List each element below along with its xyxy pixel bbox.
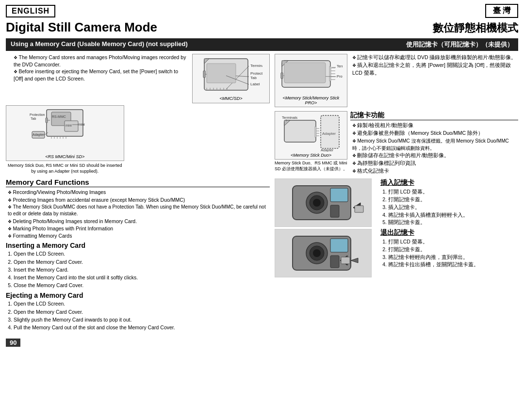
svg-rect-71 <box>355 206 363 212</box>
svg-text:Protection: Protection <box>250 71 262 76</box>
svg-rect-54 <box>315 127 316 137</box>
zh-insert-3: 插入記憶卡。 <box>388 204 518 211</box>
insert-step-5: Close the Memory Card Cover. <box>14 282 270 289</box>
mem-stick-pro-diagram: Terminals Protection Tab <Memory Stick/M… <box>275 54 347 107</box>
camera-insert-svg <box>278 181 368 225</box>
zh-eject-title: 退出記憶卡 <box>380 228 518 237</box>
mem-stick-pro-svg: Terminals Protection Tab <box>279 56 343 95</box>
svg-marker-80 <box>351 258 358 263</box>
inserting-section: Inserting a Memory Card Open the LCD Scr… <box>6 242 270 290</box>
zh-insert-title: 插入記憶卡 <box>380 178 518 187</box>
svg-text:Tab: Tab <box>31 117 36 120</box>
main-title-zh: 數位靜態相機模式 <box>433 21 518 35</box>
ejecting-section: Ejecting a Memory Card Open the LCD Scre… <box>6 291 270 332</box>
page: ENGLISH 臺 灣 Digital Still Camera Mode 數位… <box>0 0 524 420</box>
main-title-row: Digital Still Camera Mode 數位靜態相機模式 <box>6 20 518 35</box>
ejecting-steps: Open the LCD Screen. Open the Memory Car… <box>6 300 270 331</box>
ejecting-title: Ejecting a Memory Card <box>6 291 270 299</box>
taiwan-badge: 臺 灣 <box>485 4 518 18</box>
intro-bullets: The Memory Card stores and manages Photo… <box>6 54 188 82</box>
mem-stick-pro-caption: <Memory Stick/Memory Stick PRO> <box>277 96 345 105</box>
ejecting-camera-img <box>275 229 372 277</box>
zh-eject-steps: 打開 LCD 螢幕。 打開記憶卡蓋。 將記憶卡輕輕向內推，直到彈出。 將記憶卡拉… <box>380 238 518 269</box>
eject-step-3: Slightly push the Memory Card inwards to… <box>14 316 270 323</box>
zh-mcf-0: 錄製/檢視相片/動態影像 <box>352 122 518 129</box>
main-title-en: Digital Still Camera Mode <box>6 20 157 35</box>
svg-rect-46 <box>281 73 283 79</box>
zh-insert-steps: 打開 LCD 螢幕。 打開記憶卡蓋。 插入記憶卡。 將記憶卡插入插槽直到輕輕卡入… <box>380 188 518 226</box>
svg-point-75 <box>313 249 321 257</box>
zh-intro-2: 插入和退出記憶卡之前，先將 [Power] 開關設定為 [Off]，然後開啟 L… <box>352 62 518 77</box>
svg-text:RS-MMC: RS-MMC <box>52 115 66 118</box>
page-number: 90 <box>6 339 20 347</box>
zh-eject-2: 打開記憶卡蓋。 <box>388 246 518 254</box>
svg-text:Protection: Protection <box>30 113 45 116</box>
zh-mcf-5: 格式化記憶卡 <box>352 167 518 175</box>
section-header-zh: 使用記憶卡（可用記憶卡）（未提供） <box>406 40 513 49</box>
svg-text:Tab: Tab <box>250 76 257 80</box>
memory-card-functions-section: Memory Card Functions Recording/Viewing … <box>6 178 270 240</box>
sub-diagrams: RS-MMC mini Adapter Protection Tab <box>6 105 270 174</box>
zh-intro-bullets: 記憶卡可以儲存和處理以 DVD 攝錄放影機所錄製的相片/動態影像。 插入和退出記… <box>350 54 518 77</box>
svg-text:Protection Tab: Protection Tab <box>337 74 343 79</box>
inserting-steps: Open the LCD Screen. Open the Memory Car… <box>6 250 270 289</box>
mcf-bullet-2: The Memory Stick Duo/MMC does not have a… <box>8 204 270 218</box>
memory-card-functions-list: Recording/Viewing Photo/Moving Images Pr… <box>6 189 270 240</box>
inserting-camera-img <box>275 178 372 227</box>
svg-rect-76 <box>330 239 348 252</box>
insert-step-4: Insert the Memory Card into the slot unt… <box>14 274 270 281</box>
rs-mmc-diagram-item: RS-MMC mini Adapter Protection Tab <box>6 105 124 174</box>
left-column: The Memory Card stores and manages Photo… <box>6 54 270 416</box>
mcf-bullet-0: Recording/Viewing Photo/Moving Images <box>8 189 270 196</box>
svg-rect-52 <box>284 120 316 142</box>
svg-rect-68 <box>330 188 348 202</box>
svg-rect-79 <box>341 257 350 264</box>
insert-step-3: Insert the Memory Card. <box>14 266 270 274</box>
mmc-sd-caption: <MMC/SD> <box>196 96 266 101</box>
zh-mcf-3: 刪除儲存在記憶卡中的相片/動態影像。 <box>352 152 518 160</box>
zh-mcf-1: 避免影像被意外刪除（Memory Stick Duo/MMC 除外） <box>352 129 518 137</box>
zh-insert-5: 關閉記憶卡蓋。 <box>388 219 518 226</box>
mem-stick-note-zh: Memory Stick Duo、RS MMC 或 Mini SD 必須使用配接… <box>275 161 347 172</box>
mcf-bullet-5: Formatting Memory Cards <box>8 232 270 240</box>
mcf-bullet-3: Deleting Photo/Moving Images stored in M… <box>8 218 270 225</box>
svg-text:Terminals: Terminals <box>337 64 343 68</box>
eject-step-4: Pull the Memory Card out of the slot and… <box>14 324 270 331</box>
svg-text:Label: Label <box>250 82 260 86</box>
svg-rect-69 <box>330 205 339 217</box>
zh-mem-card-func-title: 記憶卡功能 <box>350 111 518 120</box>
zh-insert-2: 打開記憶卡蓋。 <box>388 196 518 204</box>
memory-card-functions-title: Memory Card Functions <box>6 178 270 187</box>
zh-mcf-2: Memory Stick Duo/MMC 沒有保護標籤。使用 Memory St… <box>352 137 518 152</box>
zh-eject-4: 將記憶卡拉出插槽，並關閉記憶卡蓋。 <box>388 261 518 269</box>
insert-step-1: Open the LCD Screen. <box>14 250 270 258</box>
svg-rect-45 <box>329 66 331 81</box>
mem-stick-col <box>128 105 270 174</box>
svg-text:Adapter: Adapter <box>321 148 334 152</box>
svg-text:Terminals: Terminals <box>282 115 297 120</box>
zh-eject-1: 打開 LCD 螢幕。 <box>388 238 518 246</box>
english-badge: ENGLISH <box>6 5 55 17</box>
rs-mmc-note: Memory Stick Duo, RS MMC or Mini SD shou… <box>6 162 124 174</box>
right-column: Terminals Protection Tab <Memory Stick/M… <box>275 54 518 416</box>
zh-insert-4: 將記憶卡插入插槽直到輕輕卡入。 <box>388 211 518 219</box>
mem-stick-duo-svg: Adapter Adapter Terminals <box>279 113 343 152</box>
section-header-bar: Using a Memory Card (Usable Memory Card)… <box>6 38 518 51</box>
svg-text:Adapter: Adapter <box>322 131 336 136</box>
mem-stick-duo-diagram: Adapter Adapter Terminals <Memory Stick … <box>275 111 347 172</box>
svg-text:mini: mini <box>78 122 85 127</box>
eject-step-2: Open the Memory Card Cover. <box>14 308 270 316</box>
zh-mem-card-functions: 記憶卡功能 錄製/檢視相片/動態影像 避免影像被意外刪除（Memory Stic… <box>350 111 518 175</box>
section-header-en: Using a Memory Card (Usable Memory Card)… <box>11 40 188 49</box>
svg-rect-77 <box>330 256 339 268</box>
svg-rect-28 <box>46 118 48 123</box>
camera-eject-svg <box>278 231 368 275</box>
svg-rect-16 <box>207 64 236 83</box>
svg-text:Terminals: Terminals <box>250 64 262 68</box>
camera-images-col <box>275 178 377 277</box>
mem-stick-duo-caption: <Memory Stick Duo> <box>277 153 345 158</box>
svg-rect-51 <box>284 63 326 83</box>
eject-step-1: Open the LCD Screen. <box>14 300 270 307</box>
insert-step-2: Open the Memory Card Cover. <box>14 258 270 266</box>
zh-intro-1: 記憶卡可以儲存和處理以 DVD 攝錄放影機所錄製的相片/動態影像。 <box>352 54 518 62</box>
